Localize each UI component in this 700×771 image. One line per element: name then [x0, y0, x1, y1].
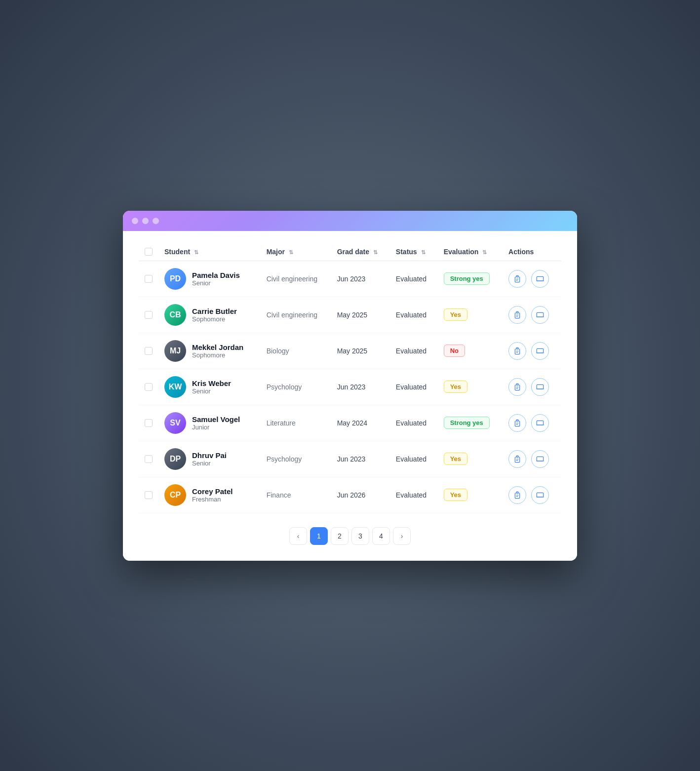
table-row: CBCarrie ButlerSophomoreCivil engineerin…: [139, 297, 561, 333]
table-row: KWKris WeberSeniorPsychologyJun 2023Eval…: [139, 369, 561, 405]
row-0-laptop-button[interactable]: [531, 270, 549, 288]
row-1-actions-cell: [503, 297, 561, 333]
row-3-student-cell: KWKris WeberSenior: [158, 369, 261, 405]
row-4-checkbox[interactable]: [145, 419, 153, 427]
header-major-label: Major: [267, 248, 285, 256]
close-button[interactable]: [132, 218, 138, 224]
row-4-clipboard-button[interactable]: [508, 414, 526, 432]
header-actions: Actions: [503, 243, 561, 261]
row-1-student-cell: CBCarrie ButlerSophomore: [158, 297, 261, 333]
row-1-name-block: Carrie ButlerSophomore: [192, 307, 237, 323]
row-6-checkbox-cell: [139, 477, 158, 513]
row-2-laptop-button[interactable]: [531, 342, 549, 360]
row-5-evaluation-cell: Yes: [438, 441, 503, 477]
row-5-name: Dhruv Pai: [192, 451, 227, 460]
header-evaluation[interactable]: Evaluation ⇅: [438, 243, 503, 261]
row-1-student-info: CBCarrie ButlerSophomore: [164, 304, 255, 326]
row-4-checkbox-cell: [139, 405, 158, 441]
row-6-major: Finance: [261, 477, 331, 513]
row-5-laptop-button[interactable]: [531, 450, 549, 468]
eval-sort-icon: ⇅: [482, 249, 487, 256]
window-content: Student ⇅ Major ⇅ Grad date ⇅ Status: [123, 231, 577, 561]
row-1-name: Carrie Butler: [192, 307, 237, 315]
page-1-button[interactable]: 1: [310, 527, 328, 545]
row-3-major: Psychology: [261, 369, 331, 405]
page-4-button[interactable]: 4: [372, 527, 390, 545]
header-checkbox-cell: [139, 243, 158, 261]
row-1-clipboard-button[interactable]: [508, 306, 526, 324]
table-row: DPDhruv PaiSeniorPsychologyJun 2023Evalu…: [139, 441, 561, 477]
row-3-checkbox[interactable]: [145, 383, 153, 391]
row-2-student-cell: MJMekkel JordanSophomore: [158, 333, 261, 369]
select-all-checkbox[interactable]: [145, 248, 153, 256]
row-0-clipboard-button[interactable]: [508, 270, 526, 288]
row-2-avatar: MJ: [164, 340, 186, 362]
svg-rect-1: [515, 277, 519, 282]
svg-rect-16: [537, 348, 543, 353]
svg-rect-22: [537, 385, 543, 389]
row-3-name: Kris Weber: [192, 379, 231, 387]
svg-rect-34: [537, 457, 543, 461]
maximize-button[interactable]: [153, 218, 159, 224]
row-0-checkbox[interactable]: [145, 275, 153, 283]
row-3-laptop-button[interactable]: [531, 378, 549, 396]
minimize-button[interactable]: [142, 218, 149, 224]
row-2-clipboard-button[interactable]: [508, 342, 526, 360]
header-grad-date[interactable]: Grad date ⇅: [331, 243, 390, 261]
header-eval-label: Evaluation: [444, 248, 479, 256]
row-5-name-block: Dhruv PaiSenior: [192, 451, 227, 467]
row-0-grad-date: Jun 2023: [331, 261, 390, 297]
row-5-actions-cell: [503, 441, 561, 477]
row-6-actions-cell: [503, 477, 561, 513]
row-4-student-info: SVSamuel VogelJunior: [164, 412, 255, 434]
row-3-avatar: KW: [164, 376, 186, 398]
row-1-year: Sophomore: [192, 315, 237, 323]
student-table: Student ⇅ Major ⇅ Grad date ⇅ Status: [139, 243, 561, 513]
page-3-button[interactable]: 3: [351, 527, 369, 545]
row-6-laptop-button[interactable]: [531, 486, 549, 504]
row-4-status: Evaluated: [390, 405, 438, 441]
row-6-avatar: CP: [164, 484, 186, 506]
table-row: CPCorey PatelFreshmanFinanceJun 2026Eval…: [139, 477, 561, 513]
row-3-year: Senior: [192, 387, 231, 395]
row-5-checkbox[interactable]: [145, 455, 153, 463]
screen-background: Student ⇅ Major ⇅ Grad date ⇅ Status: [0, 0, 700, 771]
row-0-name: Pamela Davis: [192, 271, 240, 279]
row-1-laptop-button[interactable]: [531, 306, 549, 324]
row-6-checkbox[interactable]: [145, 491, 153, 499]
prev-page-button[interactable]: ‹: [289, 527, 307, 545]
row-1-checkbox[interactable]: [145, 311, 153, 319]
major-sort-icon: ⇅: [289, 249, 293, 256]
row-4-laptop-button[interactable]: [531, 414, 549, 432]
header-actions-label: Actions: [508, 248, 534, 256]
row-0-status: Evaluated: [390, 261, 438, 297]
row-3-checkbox-cell: [139, 369, 158, 405]
row-0-actions: [508, 270, 555, 288]
header-status[interactable]: Status ⇅: [390, 243, 438, 261]
row-0-student-cell: PDPamela DavisSenior: [158, 261, 261, 297]
row-1-avatar: CB: [164, 304, 186, 326]
row-2-checkbox[interactable]: [145, 347, 153, 355]
row-3-eval-badge: Yes: [444, 381, 467, 393]
row-3-clipboard-button[interactable]: [508, 378, 526, 396]
row-1-checkbox-cell: [139, 297, 158, 333]
header-student[interactable]: Student ⇅: [158, 243, 261, 261]
row-3-actions-cell: [503, 369, 561, 405]
row-4-actions: [508, 414, 555, 432]
status-sort-icon: ⇅: [421, 249, 426, 256]
page-2-button[interactable]: 2: [331, 527, 349, 545]
row-5-status: Evaluated: [390, 441, 438, 477]
row-5-clipboard-button[interactable]: [508, 450, 526, 468]
row-2-major: Biology: [261, 333, 331, 369]
row-6-clipboard-button[interactable]: [508, 486, 526, 504]
next-page-button[interactable]: ›: [393, 527, 411, 545]
row-6-student-cell: CPCorey PatelFreshman: [158, 477, 261, 513]
row-6-name: Corey Patel: [192, 487, 233, 496]
row-5-major: Psychology: [261, 441, 331, 477]
row-0-student-info: PDPamela DavisSenior: [164, 268, 255, 290]
row-2-name: Mekkel Jordan: [192, 343, 243, 351]
header-major[interactable]: Major ⇅: [261, 243, 331, 261]
row-6-evaluation-cell: Yes: [438, 477, 503, 513]
row-0-year: Senior: [192, 279, 240, 287]
row-4-name-block: Samuel VogelJunior: [192, 415, 240, 431]
